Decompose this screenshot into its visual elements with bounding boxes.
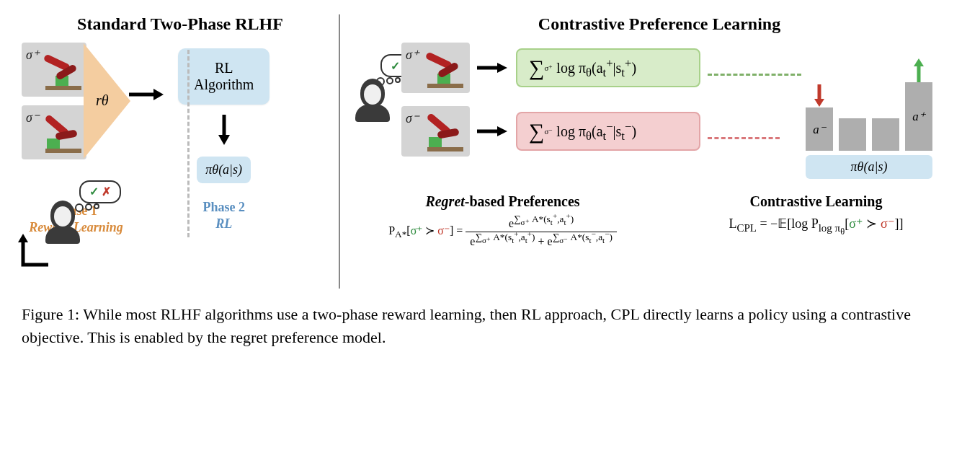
robot-scene-icon bbox=[422, 46, 465, 89]
panel-divider bbox=[339, 14, 340, 289]
contrastive-formula: LCPL = −𝔼[log Plog πθ[σ⁺ ≻ σ⁻]] bbox=[674, 216, 958, 232]
phase2-subtitle: RL bbox=[202, 216, 245, 232]
right-title: Contrastive Preference Learning bbox=[360, 14, 958, 34]
phase2-label: Phase 2 RL bbox=[202, 199, 245, 233]
rl-line2: Algorithm bbox=[194, 76, 254, 92]
svg-marker-6 bbox=[497, 63, 507, 73]
regret-title: Regret-based Preferences bbox=[360, 193, 645, 210]
regret-lhs: PA*[σ⁺ ≻ σ⁻] = bbox=[388, 224, 463, 237]
phase2-title: Phase 2 bbox=[202, 200, 245, 214]
regret-col: Regret-based Preferences PA*[σ⁺ ≻ σ⁻] = … bbox=[360, 193, 645, 248]
sum-plus-formula: log πθ(at+|st+) bbox=[556, 60, 636, 76]
contrastive-col: Contrastive Learning LCPL = −𝔼[log Plog … bbox=[674, 193, 958, 248]
arrow-right-icon bbox=[477, 124, 509, 139]
phase1-area: σ⁺ σ⁻ bbox=[22, 43, 130, 237]
sigma-plus-label-right: σ⁺ bbox=[406, 47, 419, 63]
phase2-area: RL Algorithm πθ(a|s) Phase 2 RL bbox=[178, 43, 270, 233]
sum-minus-formula: log πθ(at−|st−) bbox=[556, 123, 636, 140]
sigma-minus-box: σ⁻ bbox=[22, 105, 86, 159]
regret-formula: PA*[σ⁺ ≻ σ⁻] = e∑σ⁺ A*(st+,at+) e∑σ⁺ A*(… bbox=[360, 216, 645, 248]
human-icon: ✓ ✗ bbox=[50, 201, 80, 244]
sum-plus-box: ∑σ⁺ log πθ(at+|st+) bbox=[516, 48, 700, 87]
bar-plus-label: a⁺ bbox=[912, 109, 925, 124]
bars-chart: a⁻ a⁺ πθ(a|s) bbox=[806, 43, 932, 179]
sigma-plus-box: σ⁺ bbox=[22, 43, 86, 97]
left-content: σ⁺ σ⁻ bbox=[22, 43, 339, 237]
human-icon: ✓ ✗ bbox=[360, 79, 390, 122]
regret-title-rest: -based Preferences bbox=[465, 193, 580, 209]
svg-marker-10 bbox=[814, 99, 824, 107]
check-icon: ✓ bbox=[391, 59, 400, 73]
regret-title-em: Regret bbox=[425, 193, 464, 209]
svg-marker-2 bbox=[153, 89, 164, 100]
arrow-right-icon bbox=[129, 86, 165, 103]
sigma-minus-box-right: σ⁻ bbox=[401, 106, 470, 157]
sigma-plus-label: σ⁺ bbox=[26, 47, 40, 63]
sigma-stack-right: σ⁺ ∑σ⁺ log πθ(at+|st+) bbox=[401, 43, 801, 157]
x-icon: ✗ bbox=[102, 185, 111, 198]
subrow: Regret-based Preferences PA*[σ⁺ ≻ σ⁻] = … bbox=[360, 193, 958, 248]
regret-den: e∑σ⁺ A*(st+,at+) + e∑σ⁻ A*(st−,at−) bbox=[466, 232, 617, 248]
left-panel: Standard Two-Phase RLHF σ⁺ bbox=[22, 14, 339, 237]
robot-scene-icon bbox=[422, 110, 465, 153]
robot-scene-icon bbox=[40, 48, 83, 92]
bars-area: a⁻ a⁺ bbox=[806, 64, 932, 151]
policy-box: πθ(a|s) bbox=[197, 157, 251, 183]
check-icon: ✓ bbox=[89, 185, 99, 198]
bar-a-plus: a⁺ bbox=[905, 82, 932, 151]
robot-scene-icon bbox=[40, 111, 83, 154]
sigma-plus-box-right: σ⁺ bbox=[401, 43, 470, 93]
left-title: Standard Two-Phase RLHF bbox=[22, 14, 339, 34]
bar-minus-label: a⁻ bbox=[813, 122, 826, 137]
contrastive-title: Contrastive Learning bbox=[674, 193, 958, 210]
svg-marker-4 bbox=[218, 135, 230, 145]
red-dash-icon bbox=[708, 137, 780, 139]
green-dash-icon bbox=[708, 74, 801, 76]
rl-line1: RL bbox=[215, 60, 233, 76]
reward-model-icon: rθ bbox=[84, 43, 130, 159]
up-arrow-icon bbox=[912, 58, 926, 82]
sigma-minus-label-right: σ⁻ bbox=[406, 110, 419, 126]
sum-minus-box: ∑σ⁻ log πθ(at−|st−) bbox=[516, 112, 700, 151]
bar-mid2 bbox=[872, 118, 899, 151]
right-panel: Contrastive Preference Learning ✓ ✗ bbox=[346, 14, 958, 248]
svg-marker-0 bbox=[18, 234, 28, 242]
arrow-down-icon bbox=[215, 115, 233, 146]
down-arrow-icon bbox=[812, 83, 827, 107]
figure-container: Standard Two-Phase RLHF σ⁺ bbox=[22, 14, 958, 289]
right-top-row: ✓ ✗ σ⁺ bbox=[360, 43, 958, 179]
dashed-divider bbox=[187, 50, 190, 237]
bar-a-minus: a⁻ bbox=[806, 107, 833, 151]
svg-marker-8 bbox=[497, 126, 507, 136]
arrow-right-icon bbox=[477, 61, 509, 75]
figure-caption: Figure 1: While most RLHF algorithms use… bbox=[22, 303, 958, 349]
rl-algorithm-box: RL Algorithm bbox=[178, 48, 270, 105]
thought-bubble-icon: ✓ ✗ bbox=[79, 180, 121, 203]
reward-label: rθ bbox=[96, 92, 109, 109]
regret-fraction: e∑σ⁺ A*(st+,at+) e∑σ⁺ A*(st+,at+) + e∑σ⁻… bbox=[466, 216, 617, 248]
policy-strip: πθ(a|s) bbox=[806, 155, 932, 179]
sigma-minus-label: σ⁻ bbox=[26, 110, 40, 126]
bar-mid1 bbox=[839, 118, 866, 151]
sigma-stack: σ⁺ σ⁻ bbox=[22, 43, 86, 159]
